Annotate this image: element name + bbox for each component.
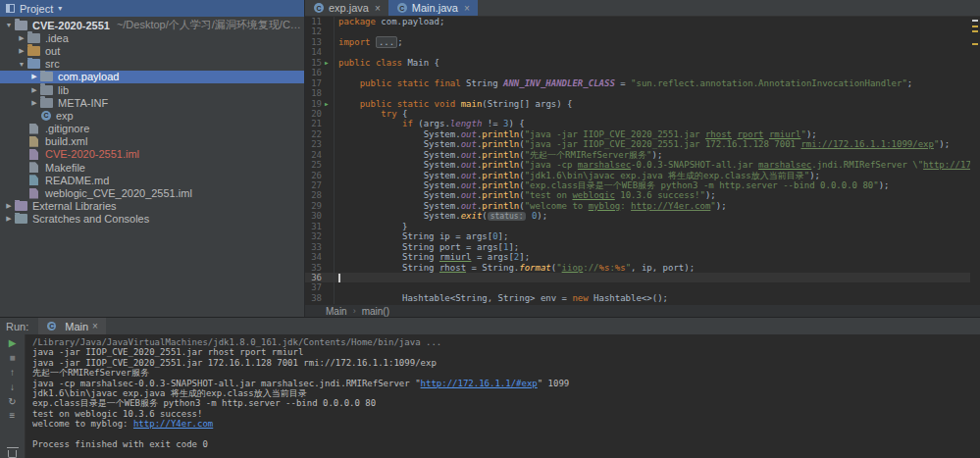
- close-tab-icon[interactable]: ×: [464, 3, 470, 14]
- code-line[interactable]: try {: [338, 109, 980, 119]
- expand-arrow-icon[interactable]: ▼: [16, 61, 27, 68]
- tree-item-cve-2020-2551-iml[interactable]: CVE-2020-2551.iml: [0, 148, 304, 161]
- code-line[interactable]: System.out.println("jdk1.6\bin\javac exp…: [338, 171, 980, 180]
- run-gutter-icon[interactable]: ▶: [325, 58, 334, 68]
- tree-item-out[interactable]: ▶out: [0, 44, 304, 57]
- code-line[interactable]: String port = args[1];: [338, 242, 980, 252]
- console-link[interactable]: http://172.16.1.1/#exp: [421, 379, 538, 388]
- code-line[interactable]: System.out.println("java -jar IIOP_CVE_2…: [338, 139, 980, 149]
- code-line[interactable]: System.out.println("先起一个RMIRefServer服务")…: [338, 150, 980, 160]
- code-token: %s: [615, 263, 626, 273]
- code-token: System.: [338, 201, 461, 211]
- breadcrumb-item-main[interactable]: Main: [326, 306, 347, 317]
- tree-item-scratches-and-consoles[interactable]: ▶Scratches and Consoles: [0, 213, 304, 226]
- tree-item-makefile[interactable]: Makefile: [0, 161, 304, 174]
- code-line[interactable]: [335, 273, 980, 282]
- tree-item-src[interactable]: ▼src: [0, 58, 304, 71]
- tree-item-meta-inf[interactable]: ▶META-INF: [0, 96, 304, 109]
- run-tab-main[interactable]: Main ×: [38, 318, 106, 334]
- code-token: status:: [488, 212, 527, 221]
- code-line[interactable]: public static final String ANN_INV_HANDL…: [338, 78, 980, 88]
- code-token: "exp.class目录是一个WEB服务 python3 -m http.ser…: [525, 180, 879, 190]
- code-line[interactable]: public static void main(String[] args) {: [338, 99, 980, 109]
- console-line: java -cp marshalsec-0.0.3-SNAPSHOT-all.j…: [32, 379, 980, 388]
- expand-arrow-icon[interactable]: ▶: [3, 215, 15, 223]
- code-line[interactable]: System.out.println("java -jar IIOP_CVE_2…: [338, 129, 980, 139]
- code-line[interactable]: package com.payload;: [338, 17, 980, 26]
- tree-item-weblogic-cve-2020-2551-iml[interactable]: weblogic_CVE_2020_2551.iml: [0, 186, 304, 199]
- tree-item-cve-2020-2551[interactable]: ▼CVE-2020-2551~/Desktop/个人学习/漏洞环境复现/CVE-…: [0, 19, 304, 31]
- tree-item-com-payload[interactable]: ▶com.payload: [0, 71, 304, 83]
- line-number: 29: [305, 201, 325, 211]
- code-line[interactable]: System.out.println("test on weblogic 10.…: [338, 190, 980, 200]
- gutter-row: 32·: [305, 231, 334, 241]
- expand-arrow-icon[interactable]: ▶: [16, 47, 27, 55]
- tree-item-exp[interactable]: exp: [0, 109, 304, 122]
- code-line[interactable]: public class Main {: [338, 58, 980, 68]
- code-line[interactable]: [338, 47, 980, 57]
- code-line[interactable]: String rhost = String.format("iiop://%s:…: [338, 263, 980, 273]
- run-gutter-icon[interactable]: ▶: [325, 99, 334, 109]
- line-number: 27: [305, 180, 325, 190]
- expand-arrow-icon[interactable]: ▶: [3, 202, 15, 210]
- code-line[interactable]: // ...: [338, 303, 980, 304]
- chevron-down-icon[interactable]: ▾: [58, 4, 62, 13]
- tree-item-external-libraries[interactable]: ▶External Libraries: [0, 200, 304, 213]
- error-stripe[interactable]: [970, 17, 980, 304]
- code-line[interactable]: System.out.println("java -cp marshalsec-…: [338, 160, 980, 170]
- expand-arrow-icon[interactable]: ▶: [28, 86, 40, 94]
- up-stack-icon[interactable]: ↑: [6, 367, 20, 379]
- expand-arrow-icon[interactable]: ▶: [28, 73, 40, 80]
- stop-icon[interactable]: ■: [6, 352, 20, 364]
- code-line[interactable]: import ...;: [338, 37, 980, 47]
- code-area[interactable]: package com.payload;import ...;public cl…: [335, 17, 980, 304]
- code-token: 10.3.6 success!": [615, 190, 705, 200]
- code-line[interactable]: System.out.println("welcome to myblog: h…: [338, 201, 980, 211]
- code-line[interactable]: System.out.println("exp.class目录是一个WEB服务 …: [338, 180, 980, 190]
- code-line[interactable]: }: [338, 222, 980, 231]
- tab-main-java[interactable]: Main.java×: [388, 0, 478, 16]
- line-number: 25: [305, 160, 325, 170]
- code-token: "java -jar IIOP_CVE_2020_2551.jar 172.16…: [525, 139, 801, 149]
- gutter-slot: ·: [325, 109, 334, 119]
- code-line[interactable]: [338, 88, 980, 98]
- console-output[interactable]: /Library/Java/JavaVirtualMachines/jdk1.8…: [26, 334, 980, 458]
- console-line: 先起一个RMIRefServer服务: [32, 368, 980, 378]
- tree-item-gitignore[interactable]: .gitignore: [0, 123, 304, 135]
- project-panel-header[interactable]: Project ▾: [0, 0, 304, 17]
- tab-exp-java[interactable]: exp.java×: [305, 0, 388, 16]
- down-stack-icon[interactable]: ↓: [6, 381, 20, 392]
- expand-arrow-icon[interactable]: ▶: [28, 99, 40, 107]
- close-tab-icon[interactable]: ×: [92, 321, 98, 331]
- code-line[interactable]: System.exit(status: 0);: [338, 211, 980, 221]
- code-line[interactable]: String ip = args[0];: [338, 231, 980, 241]
- tree-item-build-xml[interactable]: build.xml: [0, 135, 304, 148]
- project-tree: ▼CVE-2020-2551~/Desktop/个人学习/漏洞环境复现/CVE-…: [0, 17, 304, 317]
- console-link[interactable]: http://Y4er.com: [133, 419, 213, 429]
- close-tab-icon[interactable]: ×: [375, 3, 381, 14]
- soft-wrap-icon[interactable]: ≡: [6, 410, 20, 422]
- code-line[interactable]: Hashtable<String, String> env = new Hash…: [338, 293, 980, 303]
- code-token: );: [705, 190, 716, 200]
- gutter-slot: ·: [325, 78, 334, 88]
- tree-item-lib[interactable]: ▶lib: [0, 83, 304, 96]
- restore-layout-icon[interactable]: ↻: [6, 395, 20, 407]
- code-token: System.: [338, 190, 461, 200]
- tree-item-idea[interactable]: ▶.idea: [0, 31, 304, 44]
- gutter-slot: ·: [325, 26, 334, 36]
- trash-icon[interactable]: [8, 450, 17, 458]
- code-line[interactable]: [338, 26, 980, 36]
- code-line[interactable]: if (args.length != 3) {: [338, 119, 980, 128]
- tree-item-label: Scratches and Consoles: [32, 213, 149, 225]
- code-line[interactable]: [338, 282, 980, 292]
- expand-arrow-icon[interactable]: ▼: [3, 22, 15, 28]
- rerun-icon[interactable]: ▶: [6, 337, 20, 349]
- code-line[interactable]: String rmiurl = args[2];: [338, 252, 980, 262]
- tab-label: exp.java: [329, 2, 369, 14]
- code-line[interactable]: [338, 68, 980, 77]
- tree-item-readme-md[interactable]: README.md: [0, 174, 304, 186]
- tree-item-label: README.md: [45, 175, 109, 186]
- expand-arrow-icon[interactable]: ▶: [16, 34, 27, 42]
- console-text: exp.class目录是一个WEB服务 python3 -m http.serv…: [32, 398, 376, 408]
- breadcrumb-item-main[interactable]: main(): [362, 306, 389, 317]
